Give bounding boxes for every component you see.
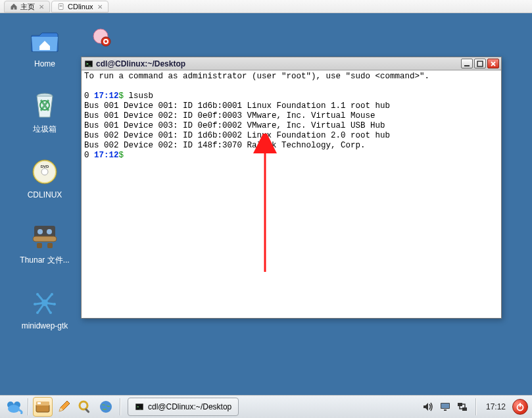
- svg-point-23: [101, 37, 110, 46]
- svg-text:>_: >_: [137, 404, 142, 409]
- browser-tabbar: 主页 ✕ CDlinux ✕: [0, 0, 532, 13]
- separator: [28, 398, 29, 415]
- launcher-pencil[interactable]: [54, 397, 74, 417]
- close-button[interactable]: [487, 59, 499, 68]
- taskbar: >_ cdl@CDlinux:~/Desktop: [0, 395, 532, 418]
- globe-icon: [99, 400, 113, 414]
- thunar-icon: [29, 221, 60, 252]
- tab-home[interactable]: 主页 ✕: [4, 1, 50, 13]
- taskbar-clock[interactable]: 17:12: [483, 402, 508, 411]
- svg-rect-47: [462, 407, 467, 411]
- desktop-icon-cdlinux[interactable]: DVD CDLINUX: [15, 156, 74, 199]
- svg-rect-46: [458, 403, 462, 406]
- power-icon: [516, 402, 525, 411]
- svg-rect-14: [47, 243, 53, 248]
- svg-text:DVD: DVD: [41, 165, 49, 169]
- trash-icon: [29, 90, 60, 121]
- terminal-line: Bus 001 Device 002: ID 0e0f:0003 VMware,…: [84, 111, 498, 121]
- page-icon: [57, 3, 65, 11]
- network-icon: [456, 401, 468, 413]
- launcher-filemanager[interactable]: [33, 397, 53, 417]
- terminal-line: Bus 002 Device 002: ID 148f:3070 Ralink …: [84, 141, 498, 151]
- window-title: cdl@CDlinux:~/Desktop: [96, 59, 461, 68]
- folder-home-icon: [29, 25, 60, 57]
- svg-rect-12: [33, 236, 57, 242]
- terminal-line: Bus 002 Device 001: ID 1d6b:0002 Linux F…: [84, 131, 498, 141]
- tray-display[interactable]: [439, 400, 452, 413]
- launcher-xfce[interactable]: [4, 397, 24, 417]
- svg-point-19: [36, 311, 39, 314]
- terminal-line: Bus 001 Device 003: ID 0e0f:0002 VMware,…: [84, 121, 498, 131]
- svg-point-16: [51, 293, 53, 296]
- svg-rect-36: [37, 402, 41, 404]
- terminal-window[interactable]: >_ cdl@CDlinux:~/Desktop To run a comman…: [81, 57, 502, 319]
- xfce-mouse-icon: [5, 400, 23, 414]
- svg-point-18: [49, 311, 52, 314]
- task-label: cdl@CDlinux:~/Desktop: [148, 402, 231, 411]
- splash-icon: [29, 287, 60, 319]
- desktop-icon-label: minidwep-gtk: [22, 321, 68, 330]
- desktop-icon-label: 垃圾箱: [33, 124, 57, 135]
- desktop-icon-pacifier[interactable]: [89, 25, 116, 54]
- svg-rect-49: [520, 403, 521, 407]
- separator: [475, 398, 477, 415]
- launcher-globe[interactable]: [96, 397, 116, 417]
- drawer-icon: [35, 400, 51, 413]
- minimize-button[interactable]: [461, 59, 473, 68]
- desktop-icon-label: Thunar 文件...: [20, 255, 69, 266]
- svg-point-20: [34, 303, 36, 305]
- svg-text:>_: >_: [86, 61, 91, 66]
- svg-point-7: [41, 169, 48, 175]
- svg-rect-13: [37, 243, 42, 248]
- close-icon[interactable]: ✕: [97, 3, 103, 11]
- taskbar-task-terminal[interactable]: >_ cdl@CDlinux:~/Desktop: [128, 398, 239, 416]
- tray-volume[interactable]: [422, 400, 435, 413]
- svg-rect-2: [60, 6, 62, 7]
- tab-cdlinux[interactable]: CDlinux ✕: [51, 1, 109, 13]
- svg-point-33: [8, 405, 20, 413]
- terminal-body[interactable]: To run a command as administrator (user …: [82, 70, 501, 162]
- tab-label: CDlinux: [68, 3, 93, 11]
- launcher-search[interactable]: [75, 397, 95, 417]
- terminal-prompt-line: 0 17:12$ lsusb: [84, 91, 498, 101]
- dvd-icon: DVD: [29, 156, 60, 188]
- desktop-icon-trash[interactable]: 垃圾箱: [15, 90, 74, 135]
- svg-point-11: [47, 229, 52, 234]
- tab-label: 主页: [20, 2, 35, 12]
- desktop-icon-minidwep[interactable]: minidwep-gtk: [15, 287, 74, 330]
- desktop-icon-label: Home: [34, 59, 55, 68]
- close-icon[interactable]: ✕: [39, 3, 44, 11]
- display-icon: [439, 401, 451, 413]
- power-button[interactable]: [512, 399, 528, 415]
- home-icon: [10, 3, 18, 11]
- svg-point-21: [36, 293, 39, 296]
- terminal-icon: >_: [135, 402, 144, 411]
- zoom-icon: [78, 400, 92, 414]
- svg-rect-38: [85, 408, 90, 413]
- svg-point-39: [100, 401, 112, 413]
- terminal-line: Bus 001 Device 001: ID 1d6b:0001 Linux F…: [84, 101, 498, 111]
- svg-rect-45: [444, 409, 447, 411]
- svg-rect-44: [441, 404, 449, 408]
- terminal-prompt-line: 0 17:12$: [84, 151, 498, 161]
- desktop-icon-thunar[interactable]: Thunar 文件...: [15, 221, 74, 266]
- terminal-line: To run a command as administrator (user …: [84, 72, 498, 82]
- volume-icon: [422, 401, 434, 413]
- pencil-icon: [57, 400, 71, 414]
- desktop-icon-home[interactable]: Home: [15, 25, 74, 68]
- separator: [120, 398, 121, 415]
- pacifier-icon: [89, 25, 116, 54]
- tray-network[interactable]: [456, 400, 469, 413]
- terminal-icon: >_: [84, 59, 93, 68]
- svg-point-37: [80, 402, 87, 409]
- svg-rect-29: [477, 61, 483, 66]
- maximize-button[interactable]: [474, 59, 486, 68]
- svg-point-10: [37, 229, 43, 234]
- svg-rect-1: [60, 5, 62, 6]
- desktop-icon-label: CDLINUX: [28, 190, 62, 199]
- svg-rect-9: [34, 226, 55, 238]
- desktop[interactable]: Home 垃圾箱: [0, 13, 532, 395]
- terminal-titlebar[interactable]: >_ cdl@CDlinux:~/Desktop: [82, 57, 501, 70]
- svg-point-17: [53, 303, 56, 305]
- svg-rect-28: [464, 65, 470, 66]
